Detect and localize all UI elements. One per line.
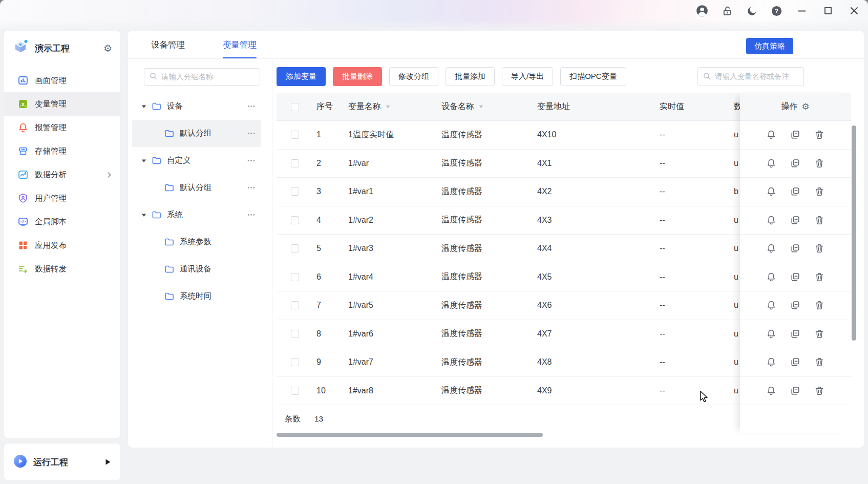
tree-node-默认分组[interactable]: 默认分组 — [132, 174, 261, 201]
tree-node-系统[interactable]: 系统 — [132, 201, 261, 228]
toolbar-button-批量添加[interactable]: 批量添加 — [446, 67, 495, 86]
cell-address: 4X10 — [535, 130, 653, 139]
vertical-scrollbar-thumb[interactable] — [852, 125, 856, 341]
unlock-icon[interactable] — [722, 5, 733, 17]
delete-icon[interactable] — [814, 215, 824, 225]
copy-icon[interactable] — [790, 243, 800, 254]
copy-icon[interactable] — [790, 300, 800, 310]
more-icon[interactable] — [247, 129, 256, 138]
copy-icon[interactable] — [790, 186, 800, 197]
sidebar-item-报警管理[interactable]: 报警管理 — [4, 116, 120, 139]
bell-icon[interactable] — [766, 357, 776, 367]
row-checkbox[interactable] — [291, 187, 299, 196]
delete-icon[interactable] — [814, 300, 824, 310]
copy-icon[interactable] — [790, 158, 800, 169]
filter-caret-icon[interactable] — [385, 102, 391, 112]
close-icon[interactable] — [848, 4, 861, 17]
variable-search-input[interactable]: 请输入变量名称或备注 — [697, 67, 804, 86]
variable-icon: x — [18, 99, 28, 109]
table-footer: 条数 13 — [277, 405, 323, 433]
delete-icon[interactable] — [814, 329, 824, 339]
settings-gear-icon[interactable]: ⚙ — [103, 44, 112, 53]
row-checkbox[interactable] — [291, 301, 299, 309]
tree-node-系统时间[interactable]: 系统时间 — [132, 283, 261, 310]
bell-icon[interactable] — [766, 158, 776, 169]
row-checkbox[interactable] — [291, 387, 299, 395]
row-checkbox[interactable] — [291, 159, 299, 167]
help-icon[interactable]: ? — [771, 5, 782, 17]
bell-icon[interactable] — [766, 243, 776, 254]
user-avatar-icon[interactable] — [695, 4, 709, 17]
cell-index: 1 — [313, 130, 344, 139]
filter-caret-icon[interactable] — [478, 102, 484, 112]
bell-icon[interactable] — [766, 215, 776, 225]
bell-icon[interactable] — [766, 186, 776, 197]
horizontal-scrollbar-thumb[interactable] — [277, 433, 543, 437]
sidebar-item-数据分析[interactable]: 数据分析 — [4, 163, 120, 186]
more-icon[interactable] — [247, 183, 256, 192]
select-all-checkbox[interactable] — [291, 103, 299, 111]
delete-icon[interactable] — [814, 158, 824, 169]
run-arrow-icon[interactable] — [104, 458, 111, 466]
bell-icon[interactable] — [766, 386, 776, 396]
more-icon[interactable] — [247, 156, 256, 165]
bell-icon[interactable] — [766, 272, 776, 282]
copy-icon[interactable] — [790, 386, 800, 396]
copy-icon[interactable] — [790, 357, 800, 367]
sidebar-item-数据转发[interactable]: 数据转发 — [4, 257, 120, 281]
tree-node-通讯设备[interactable]: 通讯设备 — [132, 256, 261, 283]
tree-node-label: 系统 — [167, 209, 183, 220]
toolbar-button-修改分组[interactable]: 修改分组 — [389, 67, 438, 86]
moon-icon[interactable] — [746, 5, 758, 17]
tab-device-management[interactable]: 设备管理 — [151, 31, 185, 58]
alarm-icon — [18, 122, 28, 133]
delete-icon[interactable] — [814, 357, 824, 367]
sidebar-item-全局脚本[interactable]: </>全局脚本 — [4, 210, 120, 234]
tree-node-默认分组[interactable]: 默认分组 — [132, 120, 261, 147]
sidebar-item-变量管理[interactable]: x变量管理 — [4, 92, 120, 116]
delete-icon[interactable] — [814, 243, 824, 254]
delete-icon[interactable] — [814, 130, 824, 140]
toolbar-button-添加变量[interactable]: 添加变量 — [277, 67, 326, 86]
row-checkbox[interactable] — [291, 358, 299, 366]
bell-icon[interactable] — [766, 329, 776, 339]
group-search-input[interactable]: 请输入分组名称 — [144, 68, 260, 86]
copy-icon[interactable] — [790, 215, 800, 225]
sidebar-header: 演示工程 ⚙ — [4, 31, 120, 61]
chevron-right-icon — [105, 171, 113, 179]
row-checkbox[interactable] — [291, 244, 299, 252]
minimize-icon[interactable] — [795, 4, 809, 17]
run-project-card[interactable]: 运行工程 — [4, 444, 120, 480]
more-icon[interactable] — [247, 102, 256, 111]
simulation-strategy-button[interactable]: 仿真策略 — [746, 38, 793, 54]
toolbar-button-扫描OPC变量[interactable]: 扫描OPC变量 — [560, 67, 626, 86]
row-checkbox[interactable] — [291, 216, 299, 224]
tree-node-label: 系统参数 — [180, 237, 211, 247]
copy-icon[interactable] — [790, 329, 800, 339]
toolbar-button-批量删除[interactable]: 批量删除 — [333, 67, 382, 86]
tree-node-自定义[interactable]: 自定义 — [132, 147, 261, 174]
sidebar-item-存储管理[interactable]: 存储管理 — [4, 139, 120, 163]
sidebar-item-用户管理[interactable]: 用户管理 — [4, 186, 120, 210]
copy-icon[interactable] — [790, 130, 800, 140]
bell-icon[interactable] — [766, 300, 776, 310]
row-checkbox[interactable] — [291, 330, 299, 338]
toolbar-button-导入/导出[interactable]: 导入/导出 — [502, 67, 553, 86]
tab-variable-management[interactable]: 变量管理 — [223, 31, 257, 58]
cell-index: 7 — [313, 301, 344, 310]
play-circle-icon — [13, 454, 27, 470]
sidebar-item-应用发布[interactable]: 应用发布 — [4, 234, 120, 257]
bell-icon[interactable] — [766, 130, 776, 140]
delete-icon[interactable] — [814, 386, 824, 396]
sidebar-item-画面管理[interactable]: 画面管理 — [4, 69, 120, 92]
column-settings-gear-icon[interactable]: ⚙ — [801, 102, 809, 111]
maximize-icon[interactable] — [821, 4, 835, 17]
delete-icon[interactable] — [814, 272, 824, 282]
row-checkbox[interactable] — [291, 273, 299, 281]
tree-node-设备[interactable]: 设备 — [132, 93, 261, 120]
delete-icon[interactable] — [814, 186, 824, 197]
more-icon[interactable] — [247, 211, 256, 219]
row-checkbox[interactable] — [291, 131, 299, 139]
copy-icon[interactable] — [790, 272, 800, 282]
tree-node-系统参数[interactable]: 系统参数 — [132, 228, 261, 256]
